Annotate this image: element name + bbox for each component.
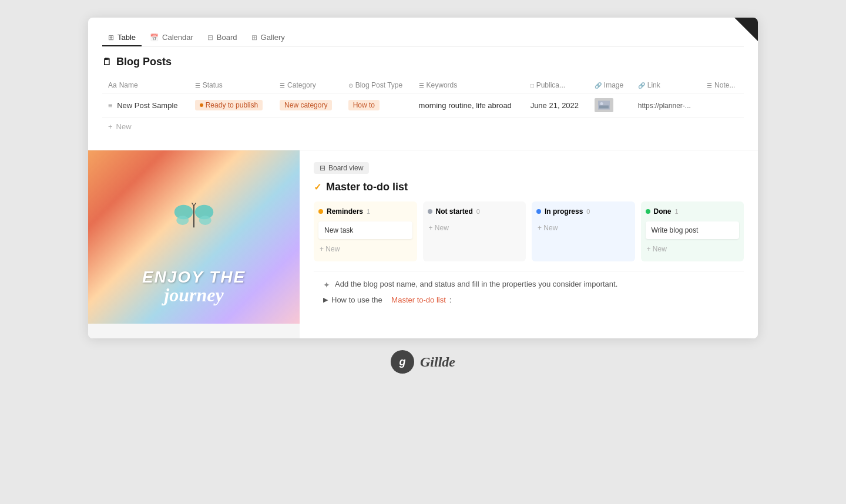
footer: g Gillde xyxy=(391,338,455,379)
footer-logo: g xyxy=(391,350,414,374)
triangle-icon: ▶ xyxy=(323,296,328,304)
reminders-add-button[interactable]: + New xyxy=(318,243,412,256)
status-dot xyxy=(200,103,203,107)
enjoy-line2: journey xyxy=(88,284,300,306)
db-icon: 🗒 xyxy=(102,57,112,68)
top-section: ⊞ Table 📅 Calendar ⊟ Board ⊞ Gallery 🗒 B… xyxy=(88,18,758,150)
col-notes-icon: ☰ xyxy=(707,82,712,89)
plus-icon: + xyxy=(108,122,113,131)
col-keywords[interactable]: ☰ Keywords xyxy=(413,78,525,93)
board-column-reminders: Reminders 1 New task + New xyxy=(314,201,417,261)
tab-board[interactable]: ⊟ Board xyxy=(202,29,243,46)
in-progress-dot xyxy=(536,209,541,214)
main-container: ⊞ Table 📅 Calendar ⊟ Board ⊞ Gallery 🗒 B… xyxy=(88,18,758,338)
row-icon: ≡ xyxy=(108,101,113,110)
tab-gallery-label: Gallery xyxy=(261,33,285,42)
cell-status: Ready to publish xyxy=(189,93,274,117)
col-notes[interactable]: ☰ Note... xyxy=(701,78,744,93)
col-category[interactable]: ☰ Category xyxy=(274,78,343,93)
image-panel: ENJOY THE journey xyxy=(88,150,300,324)
blog-posts-table: Aa Name ☰ Status ☰ Category ⊙ Blog Post … xyxy=(102,78,744,117)
instruction-text: Add the blog post name, and status and f… xyxy=(335,280,617,288)
board-section: ⊟ Board view ✓ Master to-do list Reminde… xyxy=(300,150,758,338)
view-tabs: ⊞ Table 📅 Calendar ⊟ Board ⊞ Gallery xyxy=(102,29,744,46)
col-pub-icon: □ xyxy=(531,82,534,89)
col-status-icon: ☰ xyxy=(195,82,200,89)
database-title: 🗒 Blog Posts xyxy=(102,56,744,68)
tab-calendar-label: Calendar xyxy=(162,33,193,42)
image-thumbnail xyxy=(595,98,613,112)
cell-name-text: New Post Sample xyxy=(117,101,177,110)
bottom-section: ENJOY THE journey ⊟ Board view ✓ Master … xyxy=(88,150,758,338)
type-badge: How to xyxy=(348,100,380,110)
in-progress-add-button[interactable]: + New xyxy=(536,221,630,234)
how-to-label: How to use the xyxy=(331,295,382,304)
col-status[interactable]: ☰ Status xyxy=(189,78,274,93)
col-img-icon: 🔗 xyxy=(595,82,602,89)
category-badge: New category xyxy=(280,100,332,110)
tab-gallery[interactable]: ⊞ Gallery xyxy=(246,29,291,46)
col-header-not-started: Not started 0 xyxy=(428,207,522,216)
cell-type: How to xyxy=(343,93,413,117)
board-column-in-progress: In progress 0 + New xyxy=(532,201,635,261)
col-name-icon: Aa xyxy=(108,81,117,89)
board-tab-icon: ⊟ xyxy=(207,33,213,42)
check-icon: ✓ xyxy=(314,182,321,193)
how-to-row: ▶ How to use the Master to-do list : xyxy=(323,295,734,304)
sparkle-icon: ✦ xyxy=(323,280,330,290)
link-text: https://planner-... xyxy=(638,102,691,110)
tab-calendar[interactable]: 📅 Calendar xyxy=(144,29,199,46)
table-tab-icon: ⊞ xyxy=(108,33,114,42)
cell-publication: June 21, 2022 xyxy=(525,93,589,117)
col-name[interactable]: Aa Name xyxy=(102,78,189,93)
board-column-done: Done 1 Write blog post + New xyxy=(641,201,744,261)
col-header-done: Done 1 xyxy=(646,207,740,216)
status-badge: Ready to publish xyxy=(195,100,263,110)
col-link-icon: 🔗 xyxy=(638,82,645,89)
footer-brand-name: Gillde xyxy=(420,354,455,370)
butterfly-icon xyxy=(173,200,214,233)
tab-table[interactable]: ⊞ Table xyxy=(102,29,142,46)
cell-image xyxy=(589,93,632,117)
not-started-add-button[interactable]: + New xyxy=(428,221,522,234)
col-cat-icon: ☰ xyxy=(280,82,285,89)
board-card[interactable]: New task xyxy=(318,221,412,239)
cell-keywords: morning routine, life abroad xyxy=(413,93,525,117)
svg-line-8 xyxy=(192,203,194,206)
not-started-dot xyxy=(428,209,432,214)
col-header-in-progress: In progress 0 xyxy=(536,207,630,216)
master-todo-link[interactable]: Master to-do list xyxy=(391,295,445,304)
col-kw-icon: ☰ xyxy=(419,82,424,89)
cell-name: ≡ New Post Sample xyxy=(102,93,189,117)
col-publication[interactable]: □ Publica... xyxy=(525,78,589,93)
cell-link[interactable]: https://planner-... xyxy=(632,93,701,117)
corner-decoration xyxy=(734,18,758,41)
cell-category: New category xyxy=(274,93,343,117)
svg-point-5 xyxy=(176,216,189,225)
tab-board-label: Board xyxy=(217,33,237,42)
table-row[interactable]: ≡ New Post Sample Ready to publish New c… xyxy=(102,93,744,117)
svg-point-6 xyxy=(199,216,212,225)
col-link[interactable]: 🔗 Link xyxy=(632,78,701,93)
reminders-dot xyxy=(318,209,323,214)
svg-line-9 xyxy=(194,203,196,206)
col-type-icon: ⊙ xyxy=(348,82,353,89)
svg-rect-1 xyxy=(599,106,609,109)
done-add-button[interactable]: + New xyxy=(646,243,740,256)
gallery-tab-icon: ⊞ xyxy=(251,33,257,42)
database-title-text: Blog Posts xyxy=(116,56,172,68)
board-icon: ⊟ xyxy=(320,164,325,172)
done-dot xyxy=(646,209,650,214)
board-column-not-started: Not started 0 + New xyxy=(423,201,526,261)
instructions-section: ✦ Add the blog post name, and status and… xyxy=(314,271,744,313)
instruction-row: ✦ Add the blog post name, and status and… xyxy=(323,280,734,290)
board-header: ⊟ Board view xyxy=(314,162,744,174)
add-new-row-button[interactable]: + New xyxy=(102,117,744,136)
board-columns: Reminders 1 New task + New Not started xyxy=(314,201,744,261)
col-image[interactable]: 🔗 Image xyxy=(589,78,632,93)
calendar-tab-icon: 📅 xyxy=(150,33,159,42)
board-card-done[interactable]: Write blog post xyxy=(646,221,740,239)
cell-notes xyxy=(701,93,744,117)
board-view-badge: ⊟ Board view xyxy=(314,162,369,174)
col-type[interactable]: ⊙ Blog Post Type xyxy=(343,78,413,93)
